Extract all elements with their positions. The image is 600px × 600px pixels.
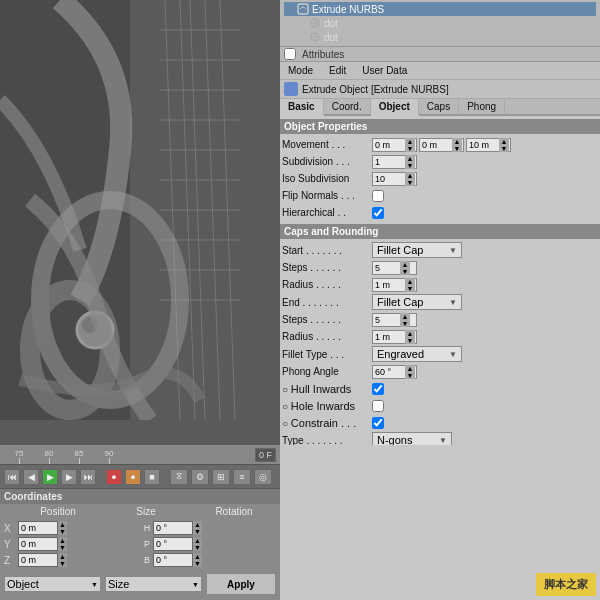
btn-render[interactable]: ◎: [254, 469, 272, 485]
movement-y-down[interactable]: ▼: [452, 145, 462, 152]
subdivision-input[interactable]: ▲▼: [372, 155, 417, 169]
coord-object-dropdown[interactable]: Object ▼: [4, 576, 101, 592]
edit-button[interactable]: Edit: [325, 64, 350, 77]
svg-rect-21: [298, 4, 308, 14]
hole-inwards-checkbox[interactable]: [372, 400, 384, 412]
tab-coord[interactable]: Coord.: [324, 99, 371, 114]
size-x-up[interactable]: ▲: [193, 521, 202, 528]
mode-button[interactable]: Mode: [284, 64, 317, 77]
iso-down[interactable]: ▼: [405, 179, 415, 186]
hull-inwards-checkbox[interactable]: [372, 383, 384, 395]
steps-start-down[interactable]: ▼: [400, 268, 410, 275]
pos-x-up[interactable]: ▲: [58, 521, 67, 528]
btn-grid[interactable]: ⊞: [212, 469, 230, 485]
movement-x-input[interactable]: [375, 140, 405, 150]
movement-z-down[interactable]: ▼: [499, 145, 509, 152]
radius-end-field[interactable]: [375, 332, 405, 342]
movement-y-input[interactable]: [422, 140, 452, 150]
btn-step-fwd[interactable]: ▶: [61, 469, 77, 485]
btn-go-end[interactable]: ⏭: [80, 469, 96, 485]
size-y-down[interactable]: ▼: [193, 544, 202, 551]
pos-y-down[interactable]: ▼: [58, 544, 67, 551]
steps-end-up[interactable]: ▲: [400, 313, 410, 320]
sub-down[interactable]: ▼: [405, 162, 415, 169]
radius-start-input[interactable]: ▲▼: [372, 278, 417, 292]
pos-z-input[interactable]: [18, 553, 58, 567]
phong-field[interactable]: [375, 367, 405, 377]
tree-item-dot2[interactable]: dot: [284, 30, 596, 44]
movement-z-up[interactable]: ▲: [499, 138, 509, 145]
subdivision-field[interactable]: [375, 157, 405, 167]
phong-up[interactable]: ▲: [405, 365, 415, 372]
steps-end-field[interactable]: [375, 315, 400, 325]
hierarchical-label: Hierarchical . .: [282, 207, 372, 218]
steps-end-down[interactable]: ▼: [400, 320, 410, 327]
movement-y-up[interactable]: ▲: [452, 138, 462, 145]
phong-input[interactable]: ▲▼: [372, 365, 417, 379]
movement-z-input[interactable]: [469, 140, 499, 150]
steps-start-up[interactable]: ▲: [400, 261, 410, 268]
movement-x[interactable]: ▲▼: [372, 138, 417, 152]
btn-go-start[interactable]: ⏮: [4, 469, 20, 485]
type-dropdown[interactable]: N-gons ▼: [372, 432, 452, 445]
btn-record[interactable]: ●: [106, 469, 122, 485]
apply-button[interactable]: Apply: [206, 573, 276, 595]
radius-end-up[interactable]: ▲: [405, 330, 415, 337]
btn-stop[interactable]: ■: [144, 469, 160, 485]
radius-end-input[interactable]: ▲▼: [372, 330, 417, 344]
size-z-up[interactable]: ▲: [193, 553, 202, 560]
tab-phong[interactable]: Phong: [459, 99, 505, 114]
constrain-row: ○ Constrain . . .: [280, 414, 600, 431]
constrain-checkbox[interactable]: [372, 417, 384, 429]
size-y-up[interactable]: ▲: [193, 537, 202, 544]
pos-y-up[interactable]: ▲: [58, 537, 67, 544]
pos-y-input[interactable]: [18, 537, 58, 551]
movement-x-up[interactable]: ▲: [405, 138, 415, 145]
size-z-input[interactable]: [153, 553, 193, 567]
hull-inwards-row: ○ Hull Inwards: [280, 380, 600, 397]
iso-input[interactable]: ▲▼: [372, 172, 417, 186]
sub-up[interactable]: ▲: [405, 155, 415, 162]
size-y-input[interactable]: [153, 537, 193, 551]
btn-auto-key[interactable]: ●: [125, 469, 141, 485]
radius-start-field[interactable]: [375, 280, 405, 290]
radius-start-down[interactable]: ▼: [405, 285, 415, 292]
pos-x-input[interactable]: [18, 521, 58, 535]
radius-end-down[interactable]: ▼: [405, 337, 415, 344]
movement-z[interactable]: ▲▼: [466, 138, 511, 152]
pos-x-down[interactable]: ▼: [58, 528, 67, 535]
movement-y[interactable]: ▲▼: [419, 138, 464, 152]
start-dropdown[interactable]: Fillet Cap ▼: [372, 242, 462, 258]
radius-start-up[interactable]: ▲: [405, 278, 415, 285]
steps-end-input[interactable]: ▲▼: [372, 313, 417, 327]
steps-start-input[interactable]: ▲▼: [372, 261, 417, 275]
btn-layers[interactable]: ≡: [233, 469, 251, 485]
coord-size-dropdown[interactable]: Size ▼: [105, 576, 202, 592]
steps-start-field[interactable]: [375, 263, 400, 273]
tree-item-dot1[interactable]: dot: [284, 16, 596, 30]
fillet-type-dropdown[interactable]: Engraved ▼: [372, 346, 462, 362]
end-dropdown[interactable]: Fillet Cap ▼: [372, 294, 462, 310]
tab-basic[interactable]: Basic: [280, 99, 324, 116]
tree-item-extrude-nurbs[interactable]: Extrude NURBS: [284, 2, 596, 16]
btn-timeline[interactable]: ⧖: [170, 469, 188, 485]
user-data-button[interactable]: User Data: [358, 64, 411, 77]
size-x-down[interactable]: ▼: [193, 528, 202, 535]
movement-x-down[interactable]: ▼: [405, 145, 415, 152]
btn-step-back[interactable]: ◀: [23, 469, 39, 485]
btn-settings[interactable]: ⚙: [191, 469, 209, 485]
pos-z-up[interactable]: ▲: [58, 553, 67, 560]
hierarchical-checkbox[interactable]: [372, 207, 384, 219]
pos-z-down[interactable]: ▼: [58, 560, 67, 567]
btn-play[interactable]: ▶: [42, 469, 58, 485]
tab-object[interactable]: Object: [371, 99, 419, 116]
phong-down[interactable]: ▼: [405, 372, 415, 379]
flip-normals-checkbox[interactable]: [372, 190, 384, 202]
iso-up[interactable]: ▲: [405, 172, 415, 179]
size-z-down[interactable]: ▼: [193, 560, 202, 567]
attributes-checkbox[interactable]: [284, 48, 296, 60]
viewport[interactable]: [0, 0, 280, 445]
tab-caps[interactable]: Caps: [419, 99, 459, 114]
size-x-input[interactable]: [153, 521, 193, 535]
iso-field[interactable]: [375, 174, 405, 184]
